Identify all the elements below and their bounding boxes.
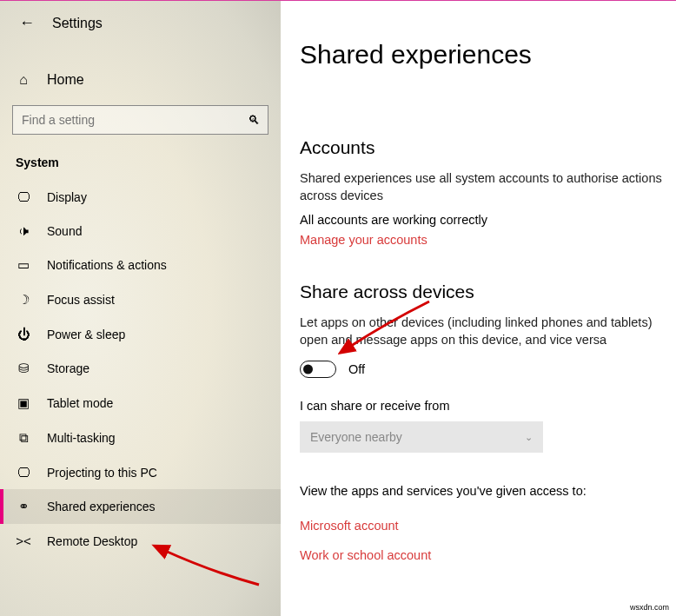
remote-icon: ><	[16, 533, 31, 548]
nav-label: Focus assist	[47, 293, 115, 307]
dropdown-value: Everyone nearby	[310, 430, 402, 444]
home-label: Home	[47, 72, 84, 88]
tablet-icon: ▣	[16, 395, 31, 411]
nav-tablet-mode[interactable]: ▣Tablet mode	[0, 386, 281, 421]
nav-label: Remote Desktop	[47, 534, 137, 548]
search-icon: 🔍︎	[248, 113, 260, 127]
search-input[interactable]	[12, 105, 268, 135]
sound-icon: 🕩	[16, 223, 31, 238]
nav-label: Projecting to this PC	[47, 466, 157, 480]
chevron-down-icon: ⌄	[525, 432, 533, 443]
accounts-heading: Accounts	[300, 137, 664, 158]
nav-notifications[interactable]: ▭Notifications & actions	[0, 248, 281, 282]
share-toggle-label: Off	[348, 362, 365, 376]
back-button[interactable]: ←	[19, 14, 35, 32]
focus-icon: ☽	[16, 292, 31, 308]
manage-accounts-link[interactable]: Manage your accounts	[300, 233, 427, 247]
access-view-label: View the apps and services you've given …	[300, 484, 664, 498]
nav-power-sleep[interactable]: ⏻Power & sleep	[0, 317, 281, 351]
nav-projecting[interactable]: 🖵Projecting to this PC	[0, 455, 281, 489]
share-description: Let apps on other devices (including lin…	[300, 315, 664, 348]
nav-label: Notifications & actions	[47, 258, 167, 272]
share-from-dropdown[interactable]: Everyone nearby ⌄	[300, 421, 543, 453]
share-heading: Share across devices	[300, 282, 664, 302]
main-content: Shared experiences Accounts Shared exper…	[281, 0, 676, 616]
power-icon: ⏻	[16, 327, 31, 341]
sidebar: ← Settings ⌂ Home 🔍︎ System 🖵Display 🕩So…	[0, 0, 281, 616]
nav-multi-tasking[interactable]: ⧉Multi-tasking	[0, 421, 281, 455]
storage-icon: ⛁	[16, 361, 31, 376]
nav-remote-desktop[interactable]: ><Remote Desktop	[0, 524, 281, 558]
home-icon: ⌂	[16, 72, 31, 88]
nav-label: Multi-tasking	[47, 431, 116, 445]
accounts-status: All accounts are working correctly	[300, 213, 664, 227]
page-title: Shared experiences	[300, 40, 664, 70]
multitasking-icon: ⧉	[16, 430, 31, 446]
accounts-description: Shared experiences use all system accoun…	[300, 170, 664, 204]
projecting-icon: 🖵	[16, 465, 31, 480]
share-from-label: I can share or receive from	[300, 399, 664, 413]
window-title: Settings	[52, 16, 103, 31]
nav-display[interactable]: 🖵Display	[0, 180, 281, 214]
nav-label: Storage	[47, 361, 89, 375]
nav-shared-experiences[interactable]: ⚭Shared experiences	[0, 489, 281, 524]
nav-storage[interactable]: ⛁Storage	[0, 351, 281, 386]
notifications-icon: ▭	[16, 257, 31, 273]
display-icon: 🖵	[16, 189, 31, 204]
home-button[interactable]: ⌂ Home	[0, 63, 281, 96]
search-container: 🔍︎	[12, 105, 268, 135]
nav-label: Power & sleep	[47, 328, 125, 341]
nav-sound[interactable]: 🕩Sound	[0, 214, 281, 248]
nav-label: Tablet mode	[47, 396, 113, 410]
nav-label: Display	[47, 190, 87, 204]
nav-label: Sound	[47, 224, 82, 238]
nav-focus-assist[interactable]: ☽Focus assist	[0, 282, 281, 317]
shared-icon: ⚭	[16, 499, 31, 514]
nav-label: Shared experiences	[47, 500, 156, 513]
work-school-account-link[interactable]: Work or school account	[300, 548, 664, 562]
share-toggle[interactable]	[300, 361, 336, 378]
section-heading: System	[0, 150, 281, 180]
microsoft-account-link[interactable]: Microsoft account	[300, 519, 664, 533]
watermark: wsxdn.com	[628, 602, 671, 613]
